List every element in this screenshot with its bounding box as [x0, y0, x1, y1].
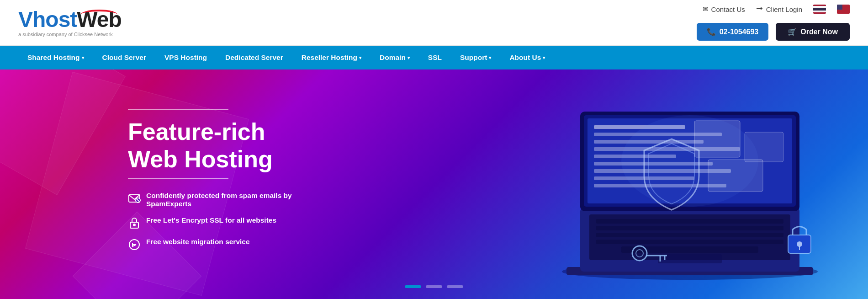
logo[interactable]: VhostWeb a subsidiary company of Clickse… — [18, 9, 122, 37]
login-icon: ⮕ — [756, 5, 763, 13]
hero-illustration — [457, 69, 868, 299]
svg-rect-14 — [596, 240, 783, 244]
nav-domain[interactable]: Domain ▾ — [370, 46, 419, 69]
logo-web: Web — [77, 7, 121, 32]
cart-icon: 🛒 — [788, 27, 797, 36]
top-links: ✉ Contact Us ⮕ Client Login — [703, 5, 850, 14]
svg-point-4 — [133, 224, 135, 226]
hero-title: Feature-rich Web Hosting — [128, 118, 297, 173]
nav-dedicated-server[interactable]: Dedicated Server — [216, 46, 292, 69]
nav-arrow-shared: ▾ — [82, 55, 84, 60]
nav-arrow-reseller: ▾ — [359, 55, 361, 60]
migrate-icon — [128, 238, 141, 251]
laptop-svg — [530, 89, 850, 285]
svg-point-40 — [621, 115, 758, 207]
login-link[interactable]: ⮕ Client Login — [756, 5, 802, 13]
nav-ssl[interactable]: SSL — [419, 46, 451, 69]
top-actions: 📞 02-1054693 🛒 Order Now — [697, 23, 850, 41]
top-bar: VhostWeb a subsidiary company of Clickse… — [0, 0, 868, 46]
us-flag[interactable] — [837, 5, 850, 14]
thai-flag[interactable] — [813, 5, 826, 14]
hero-section: Feature-rich Web Hosting Confidently pro… — [0, 69, 868, 299]
logo-subtitle: a subsidiary company of Clicksee Network — [18, 32, 122, 37]
phone-icon: 📞 — [707, 27, 716, 36]
nav-arrow-about: ▾ — [543, 55, 545, 60]
hero-divider-top — [128, 109, 228, 110]
svg-rect-13 — [596, 233, 783, 237]
svg-rect-11 — [596, 219, 783, 224]
svg-rect-16 — [658, 254, 722, 263]
phone-button[interactable]: 📞 02-1054693 — [697, 23, 768, 41]
shield-mail-icon — [128, 192, 141, 205]
svg-point-33 — [797, 241, 802, 247]
lock-icon — [128, 217, 141, 230]
main-nav: Shared Hosting ▾ Cloud Server VPS Hostin… — [0, 46, 868, 69]
svg-rect-15 — [621, 246, 758, 253]
dot-3[interactable] — [447, 285, 463, 288]
order-button[interactable]: 🛒 Order Now — [776, 23, 850, 41]
logo-vhost: Vhost — [18, 7, 77, 32]
nav-reseller-hosting[interactable]: Reseller Hosting ▾ — [292, 46, 370, 69]
nav-support[interactable]: Support ▾ — [451, 46, 500, 69]
nav-shared-hosting[interactable]: Shared Hosting ▾ — [18, 46, 93, 69]
contact-link[interactable]: ✉ Contact Us — [703, 5, 745, 13]
top-right-area: ✉ Contact Us ⮕ Client Login 📞 02-1054693… — [697, 5, 850, 41]
svg-rect-12 — [596, 226, 783, 230]
dot-1[interactable] — [405, 285, 421, 288]
dot-2[interactable] — [426, 285, 442, 288]
hero-dots — [405, 285, 463, 288]
nav-arrow-domain: ▾ — [408, 55, 410, 60]
email-icon: ✉ — [703, 5, 709, 13]
feature-item-2: Free Let's Encrypt SSL for all websites — [128, 216, 292, 230]
nav-cloud-server[interactable]: Cloud Server — [93, 46, 155, 69]
hero-features: Confidently protected from spam emails b… — [128, 192, 297, 251]
feature-item-1: Confidently protected from spam emails b… — [128, 192, 292, 208]
nav-about-us[interactable]: About Us ▾ — [500, 46, 554, 69]
nav-vps-hosting[interactable]: VPS Hosting — [155, 46, 216, 69]
hero-content: Feature-rich Web Hosting Confidently pro… — [0, 109, 297, 259]
hero-divider-bottom — [128, 178, 228, 179]
nav-arrow-support: ▾ — [489, 55, 491, 60]
feature-item-3: Free website migration service — [128, 238, 292, 251]
